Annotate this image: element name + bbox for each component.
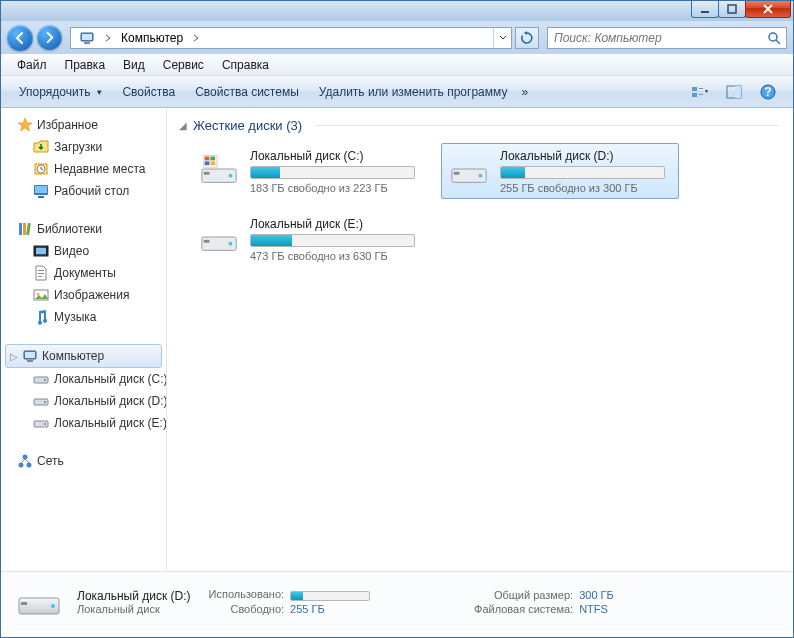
sidebar-drive-e[interactable]: Локальный диск (E:) [1, 412, 166, 434]
navigation-pane: Избранное Загрузки Недавние места Рабочи… [1, 108, 167, 571]
recent-icon [33, 161, 49, 177]
preview-pane-button[interactable] [717, 81, 751, 103]
drive-usage-bar [250, 166, 415, 179]
svg-rect-29 [38, 276, 42, 277]
refresh-button[interactable] [515, 27, 539, 49]
drive-icon [198, 216, 240, 258]
folder-icon [33, 139, 49, 155]
drive-usage-bar [250, 234, 415, 247]
svg-point-40 [44, 423, 46, 425]
menu-file[interactable]: Файл [9, 56, 55, 74]
svg-rect-9 [699, 88, 703, 89]
back-button[interactable] [7, 25, 33, 51]
drive-item[interactable]: Локальный диск (C:)183 ГБ свободно из 22… [191, 143, 429, 199]
menu-help[interactable]: Справка [214, 56, 277, 74]
view-options-button[interactable] [683, 81, 717, 103]
drive-item[interactable]: Локальный диск (E:)473 ГБ свободно из 63… [191, 211, 429, 267]
svg-rect-28 [38, 273, 44, 274]
drive-icon [198, 148, 240, 190]
sidebar-drive-c[interactable]: Локальный диск (C:) [1, 368, 166, 390]
svg-point-57 [229, 242, 233, 246]
search-box[interactable] [547, 27, 787, 49]
sidebar-recent[interactable]: Недавние места [1, 158, 166, 180]
menu-bar: Файл Правка Вид Сервис Справка [1, 54, 793, 76]
svg-rect-0 [701, 11, 709, 13]
star-icon [17, 117, 33, 133]
search-icon[interactable] [762, 31, 786, 45]
command-bar: Упорядочить▾ Свойства Свойства системы У… [1, 76, 793, 108]
details-fs-value: NTFS [579, 603, 614, 615]
drive-free-text: 183 ГБ свободно из 223 ГБ [250, 182, 422, 194]
sidebar-documents[interactable]: Документы [1, 262, 166, 284]
drive-name: Локальный диск (E:) [250, 217, 422, 231]
menu-view[interactable]: Вид [115, 56, 153, 74]
category-header[interactable]: ◢ Жесткие диски (3) [179, 118, 793, 133]
drive-item[interactable]: Локальный диск (D:)255 ГБ свободно из 30… [441, 143, 679, 199]
system-properties-button[interactable]: Свойства системы [185, 76, 309, 107]
details-free-value: 255 ГБ [290, 603, 370, 615]
details-used-value [290, 588, 370, 600]
sidebar-libraries[interactable]: Библиотеки [1, 218, 166, 240]
uninstall-program-button[interactable]: Удалить или изменить программу [309, 76, 518, 107]
details-pane: Локальный диск (D:) Локальный диск Испол… [1, 571, 793, 631]
svg-rect-18 [35, 186, 47, 193]
help-button[interactable]: ? [751, 81, 785, 103]
sidebar-videos[interactable]: Видео [1, 240, 166, 262]
organize-button[interactable]: Упорядочить▾ [9, 76, 112, 107]
details-type: Локальный диск [77, 603, 191, 615]
computer-icon [79, 30, 95, 46]
network-icon [17, 453, 33, 469]
sidebar-pictures[interactable]: Изображения [1, 284, 166, 306]
drive-icon [33, 415, 49, 431]
svg-point-38 [44, 401, 46, 403]
drive-name: Локальный диск (C:) [250, 149, 422, 163]
sidebar-downloads[interactable]: Загрузки [1, 136, 166, 158]
svg-rect-10 [699, 94, 703, 95]
menu-edit[interactable]: Правка [57, 56, 114, 74]
music-icon [33, 309, 49, 325]
svg-rect-26 [46, 246, 48, 256]
sidebar-computer[interactable]: ▷ Компьютер [5, 344, 162, 368]
sidebar-network[interactable]: Сеть [1, 450, 166, 472]
details-free-label: Свободно: [209, 603, 285, 615]
svg-point-5 [769, 33, 777, 41]
breadcrumb-location[interactable]: Компьютер [121, 31, 183, 45]
svg-rect-19 [38, 196, 44, 198]
properties-button[interactable]: Свойства [112, 76, 185, 107]
svg-rect-33 [25, 352, 35, 358]
drive-icon [33, 371, 49, 387]
svg-rect-59 [21, 602, 27, 605]
svg-point-36 [44, 379, 46, 381]
address-bar[interactable]: Компьютер [70, 27, 512, 49]
menu-tools[interactable]: Сервис [155, 56, 212, 74]
svg-rect-3 [82, 34, 92, 40]
expand-icon[interactable]: ▷ [10, 351, 18, 362]
svg-rect-20 [19, 223, 22, 235]
svg-rect-4 [84, 42, 90, 44]
search-input[interactable] [548, 31, 762, 45]
minimize-button[interactable] [691, 0, 719, 18]
svg-rect-56 [204, 240, 210, 243]
sidebar-favorites[interactable]: Избранное [1, 114, 166, 136]
svg-rect-48 [205, 157, 210, 161]
close-button[interactable] [745, 0, 791, 18]
sidebar-music[interactable]: Музыка [1, 306, 166, 328]
drive-usage-bar [500, 166, 665, 179]
svg-point-54 [479, 174, 483, 178]
sidebar-desktop[interactable]: Рабочий стол [1, 180, 166, 202]
drive-free-text: 473 ГБ свободно из 630 ГБ [250, 250, 422, 262]
svg-rect-53 [454, 172, 460, 175]
svg-rect-8 [692, 93, 697, 97]
maximize-button[interactable] [718, 0, 746, 18]
details-name: Локальный диск (D:) [77, 589, 191, 603]
svg-rect-27 [38, 270, 44, 271]
svg-line-6 [776, 40, 780, 44]
forward-button[interactable] [37, 25, 62, 50]
computer-icon [22, 348, 38, 364]
pictures-icon [33, 287, 49, 303]
svg-rect-45 [204, 172, 210, 175]
svg-rect-12 [735, 86, 741, 98]
toolbar-overflow[interactable]: » [517, 76, 532, 107]
address-dropdown[interactable] [493, 28, 511, 48]
sidebar-drive-d[interactable]: Локальный диск (D:) [1, 390, 166, 412]
